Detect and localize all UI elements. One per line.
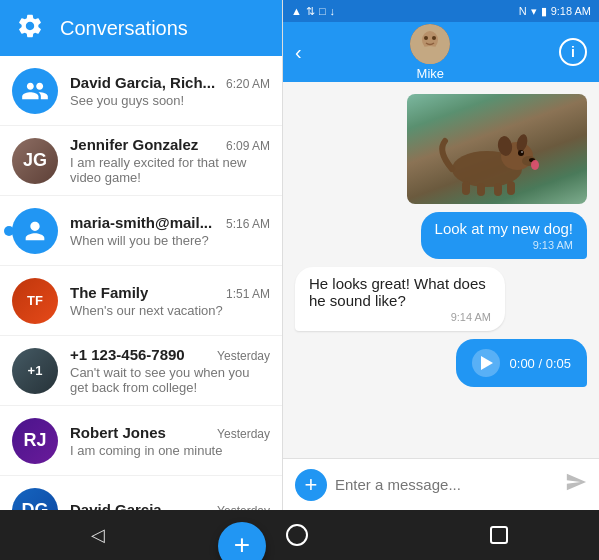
- message-bubble-received: He looks great! What does he sound like?…: [295, 267, 505, 331]
- svg-point-3: [424, 36, 428, 40]
- conversation-content: +1 123-456-7890 Yesterday Can't wait to …: [70, 346, 270, 395]
- svg-rect-16: [494, 183, 502, 196]
- attach-button[interactable]: +: [295, 469, 327, 501]
- message-bubble-sent: Look at my new dog! 9:13 AM: [421, 212, 587, 259]
- message-preview: I am really excited for that new video g…: [70, 155, 270, 185]
- list-item[interactable]: +1 +1 123-456-7890 Yesterday Can't wait …: [0, 336, 282, 406]
- contact-avatar: [410, 24, 450, 64]
- list-item[interactable]: RJ Robert Jones Yesterday I am coming in…: [0, 406, 282, 476]
- svg-rect-15: [477, 183, 485, 196]
- alarm-icon: □: [319, 5, 326, 17]
- play-icon: [481, 356, 493, 370]
- plus-icon: +: [234, 531, 250, 559]
- contact-name: David Garcia, Rich...: [70, 74, 215, 91]
- avatar: JG: [12, 138, 58, 184]
- nav-recents-button[interactable]: [490, 526, 508, 544]
- play-button[interactable]: [472, 349, 500, 377]
- avatar: RJ: [12, 418, 58, 464]
- info-button[interactable]: i: [559, 38, 587, 66]
- list-item[interactable]: TF The Family 1:51 AM When's our next va…: [0, 266, 282, 336]
- gear-icon[interactable]: [16, 12, 44, 44]
- chat-input-area: +: [283, 458, 599, 510]
- avatar: DG: [12, 488, 58, 511]
- left-panel: Conversations David Garcia, Rich... 6:20…: [0, 0, 283, 510]
- audio-duration: 0:00 / 0:05: [510, 356, 571, 371]
- back-button[interactable]: ‹: [295, 41, 302, 64]
- list-item[interactable]: David Garcia, Rich... 6:20 AM See you gu…: [0, 56, 282, 126]
- audio-message-bubble: 0:00 / 0:05: [456, 339, 587, 387]
- list-item[interactable]: DG David Garcia Yesterday: [0, 476, 282, 510]
- conversation-list: David Garcia, Rich... 6:20 AM See you gu…: [0, 56, 282, 510]
- avatar: [12, 68, 58, 114]
- conversation-content: The Family 1:51 AM When's our next vacat…: [70, 284, 270, 318]
- signal-icon2: ⇅: [306, 5, 315, 18]
- plus-icon: +: [305, 472, 318, 498]
- chat-messages: Look at my new dog! 9:13 AM He looks gre…: [283, 82, 599, 458]
- nav-home-button[interactable]: [286, 524, 308, 546]
- wifi-icon: ▾: [531, 5, 537, 18]
- conversation-content: Jennifer Gonzalez 6:09 AM I am really ex…: [70, 136, 270, 185]
- right-panel: ▲ ⇅ □ ↓ N ▾ ▮ 9:18 AM ‹: [283, 0, 599, 510]
- message-text: Look at my new dog!: [435, 220, 573, 237]
- message-time: 6:09 AM: [226, 139, 270, 153]
- unread-indicator: [4, 226, 14, 236]
- message-input[interactable]: [335, 476, 557, 493]
- conversations-header: Conversations: [0, 0, 282, 56]
- message-preview: When will you be there?: [70, 233, 270, 248]
- dog-image-svg: [427, 121, 547, 196]
- contact-name: David Garcia: [70, 501, 162, 510]
- status-right-icons: N ▾ ▮ 9:18 AM: [519, 5, 591, 18]
- contact-name: maria-smith@mail...: [70, 214, 212, 231]
- avatar: TF: [12, 278, 58, 324]
- svg-point-18: [531, 160, 539, 170]
- avatar: +1: [12, 348, 58, 394]
- list-item[interactable]: maria-smith@mail... 5:16 AM When will yo…: [0, 196, 282, 266]
- sync-icon: ↓: [330, 5, 336, 17]
- battery-icon: ▮: [541, 5, 547, 18]
- contact-name-label: Mike: [417, 66, 444, 81]
- message-time: 1:51 AM: [226, 287, 270, 301]
- contact-name: +1 123-456-7890: [70, 346, 185, 363]
- status-icons: ▲ ⇅ □ ↓: [291, 5, 335, 18]
- status-bar: ▲ ⇅ □ ↓ N ▾ ▮ 9:18 AM: [283, 0, 599, 22]
- conversations-title: Conversations: [60, 17, 188, 40]
- message-time: Yesterday: [217, 349, 270, 363]
- chat-header: ‹ Mike i: [283, 22, 599, 82]
- contact-info: Mike: [314, 24, 547, 81]
- conversation-content: David Garcia Yesterday: [70, 501, 270, 510]
- list-item[interactable]: JG Jennifer Gonzalez 6:09 AM I am really…: [0, 126, 282, 196]
- contact-name: Robert Jones: [70, 424, 166, 441]
- message-preview: I am coming in one minute: [70, 443, 270, 458]
- nfc-icon: N: [519, 5, 527, 17]
- conversation-content: maria-smith@mail... 5:16 AM When will yo…: [70, 214, 270, 248]
- bottom-nav-bar: ◁: [0, 510, 599, 560]
- conversation-content: David Garcia, Rich... 6:20 AM See you gu…: [70, 74, 270, 108]
- message-time: 9:14 AM: [309, 311, 491, 323]
- conversation-content: Robert Jones Yesterday I am coming in on…: [70, 424, 270, 458]
- message-time: Yesterday: [217, 427, 270, 441]
- message-preview: When's our next vacation?: [70, 303, 270, 318]
- nav-back-button[interactable]: ◁: [91, 524, 105, 546]
- message-time: Yesterday: [217, 504, 270, 510]
- svg-point-11: [518, 150, 524, 156]
- message-image: [407, 94, 587, 204]
- message-time: 5:16 AM: [226, 217, 270, 231]
- svg-rect-14: [462, 181, 470, 195]
- svg-point-4: [432, 36, 436, 40]
- svg-point-12: [521, 151, 523, 153]
- clock: 9:18 AM: [551, 5, 591, 17]
- message-time: 6:20 AM: [226, 77, 270, 91]
- message-preview: Can't wait to see you when you get back …: [70, 365, 270, 395]
- send-button[interactable]: [565, 471, 587, 498]
- contact-name: Jennifer Gonzalez: [70, 136, 198, 153]
- info-icon: i: [571, 44, 575, 60]
- svg-rect-17: [507, 181, 515, 195]
- signal-icon: ▲: [291, 5, 302, 17]
- message-time: 9:13 AM: [435, 239, 573, 251]
- message-text: He looks great! What does he sound like?: [309, 275, 491, 309]
- contact-name: The Family: [70, 284, 148, 301]
- avatar: [12, 208, 58, 254]
- message-preview: See you guys soon!: [70, 93, 270, 108]
